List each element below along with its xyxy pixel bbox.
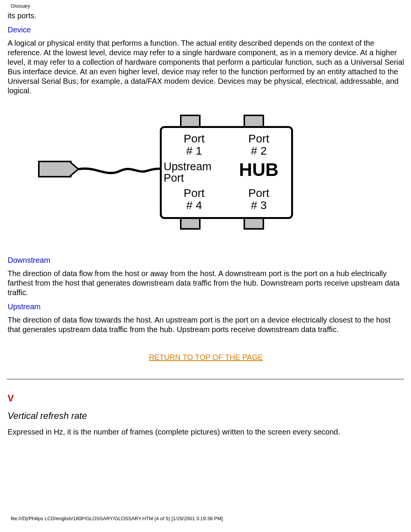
port4-label: Port# 4 [171,187,217,211]
upstream-port-label: UpstreamPort [164,161,225,184]
section-divider [7,379,404,379]
return-to-top-link[interactable]: RETURN TO TOP OF THE PAGE [8,353,404,362]
section-letter-v: V [8,393,411,404]
term-vertical-refresh-rate: Vertical refresh rate [8,411,411,421]
term-upstream-text: The direction of data flow towards the h… [8,315,404,334]
term-device-text: A logical or physical entity that perfor… [8,38,404,96]
port3-label: Port# 3 [236,187,282,211]
page-header-title: Glossary [11,3,411,9]
port1-label: Port# 1 [171,133,217,157]
prev-paragraph-tail: its ports. [8,11,404,21]
footer-path: file:///D|/Philips LCD/english/180P/GLOS… [11,516,223,521]
hub-label: HUB [226,158,291,181]
hub-diagram: Port# 1 Port# 2 UpstreamPort HUB Port# 4… [8,111,404,233]
port2-label: Port# 2 [236,133,282,157]
hub-body: Port# 1 Port# 2 UpstreamPort HUB Port# 4… [160,126,293,219]
term-upstream-link[interactable]: Upstream [8,302,404,312]
term-device-link[interactable]: Device [8,25,404,35]
term-vertical-refresh-rate-text: Expressed in Hz, it is the number of fra… [8,427,404,437]
term-downstream-link[interactable]: Downstream [8,256,404,265]
term-downstream-text: The direction of data flow from the host… [8,269,404,297]
